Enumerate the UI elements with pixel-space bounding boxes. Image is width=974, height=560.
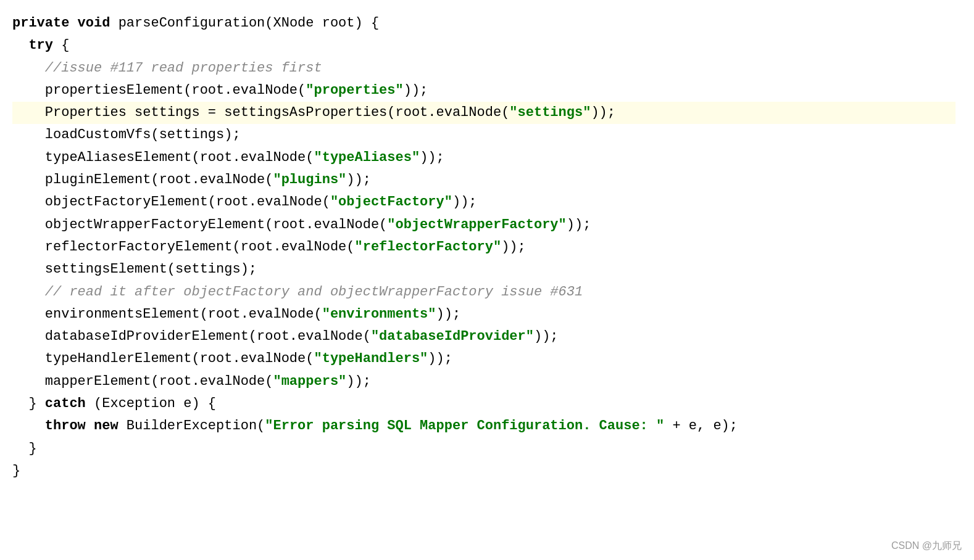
code-text: typeHandlerElement(root.evalNode( [12, 351, 314, 366]
comment: //issue #117 read properties first [12, 60, 322, 76]
code-line-line13: // read it after objectFactory and objec… [12, 281, 955, 303]
string-literal: "mappers" [273, 374, 346, 389]
code-line-line5: Properties settings = settingsAsProperti… [12, 102, 955, 124]
code-text: reflectorFactoryElement(root.evalNode( [12, 239, 355, 255]
code-line-line8: pluginElement(root.evalNode("plugins")); [12, 169, 955, 191]
code-block: private void parseConfiguration(XNode ro… [12, 12, 955, 482]
code-line-line16: typeHandlerElement(root.evalNode("typeHa… [12, 348, 955, 370]
code-text: + e, e); [664, 418, 738, 434]
string-literal: "typeAliases" [314, 150, 420, 165]
code-text: { [53, 38, 69, 53]
string-literal: "Error parsing SQL Mapper Configuration.… [265, 418, 664, 434]
code-text: mapperElement(root.evalNode( [12, 374, 273, 389]
code-line-line4: propertiesElement(root.evalNode("propert… [12, 80, 955, 102]
code-line-line17: mapperElement(root.evalNode("mappers")); [12, 371, 955, 393]
code-text: } [12, 396, 45, 411]
code-text: )); [534, 329, 559, 344]
code-line-line21: } [12, 460, 955, 482]
code-text: )); [428, 351, 452, 366]
code-text: objectFactoryElement(root.evalNode( [12, 194, 330, 210]
code-text: } [12, 463, 20, 479]
string-literal: "typeHandlers" [314, 351, 428, 366]
string-literal: "settings" [509, 105, 591, 120]
code-text [12, 418, 45, 434]
code-text: )); [420, 150, 444, 165]
comment: // read it after objectFactory and objec… [12, 284, 583, 300]
string-literal: "environments" [322, 307, 436, 322]
code-text: )); [452, 194, 477, 210]
string-literal: "properties" [306, 83, 403, 98]
string-literal: "reflectorFactory" [355, 239, 502, 255]
code-text: )); [591, 105, 615, 120]
string-literal: "plugins" [273, 172, 346, 187]
code-text: )); [346, 172, 371, 187]
code-text: loadCustomVfs(settings); [12, 127, 241, 142]
keyword: throw new [45, 418, 119, 434]
code-text: )); [436, 307, 461, 322]
code-text: propertiesElement(root.evalNode( [12, 83, 306, 98]
code-text: )); [404, 83, 428, 98]
code-text: } [12, 441, 37, 456]
code-text: environmentsElement(root.evalNode( [12, 307, 322, 322]
code-text: (Exception e) { [86, 396, 216, 411]
string-literal: "databaseIdProvider" [371, 329, 534, 344]
keyword: private void [12, 15, 119, 31]
code-line-line6: loadCustomVfs(settings); [12, 124, 955, 146]
code-text: Properties settings = settingsAsProperti… [12, 105, 509, 120]
string-literal: "objectWrapperFactory" [387, 217, 566, 233]
keyword: try [28, 38, 53, 53]
code-text: BuilderException( [119, 418, 265, 434]
code-text: settingsElement(settings); [12, 261, 257, 277]
watermark: CSDN @九师兄 [891, 538, 962, 554]
code-line-line9: objectFactoryElement(root.evalNode("obje… [12, 191, 955, 213]
code-line-line15: databaseIdProviderElement(root.evalNode(… [12, 326, 955, 348]
code-line-line19: throw new BuilderException("Error parsin… [12, 415, 955, 437]
code-line-line7: typeAliasesElement(root.evalNode("typeAl… [12, 147, 955, 169]
code-text: )); [567, 217, 591, 233]
code-text: )); [501, 239, 526, 255]
code-container: private void parseConfiguration(XNode ro… [0, 0, 974, 560]
keyword: catch [45, 396, 86, 411]
code-text [12, 38, 28, 53]
code-text: databaseIdProviderElement(root.evalNode( [12, 329, 371, 344]
code-text: parseConfiguration(XNode root) { [119, 15, 379, 31]
code-line-line20: } [12, 438, 955, 460]
code-text: pluginElement(root.evalNode( [12, 172, 273, 187]
code-line-line14: environmentsElement(root.evalNode("envir… [12, 303, 955, 326]
code-line-line2: try { [12, 35, 955, 57]
code-line-line10: objectWrapperFactoryElement(root.evalNod… [12, 214, 955, 236]
code-line-line3: //issue #117 read properties first [12, 57, 955, 80]
code-text: typeAliasesElement(root.evalNode( [12, 150, 314, 165]
code-line-line11: reflectorFactoryElement(root.evalNode("r… [12, 236, 955, 258]
code-line-line12: settingsElement(settings); [12, 258, 955, 281]
code-text: )); [346, 374, 371, 389]
code-line-line1: private void parseConfiguration(XNode ro… [12, 12, 955, 35]
string-literal: "objectFactory" [330, 194, 452, 210]
code-line-line18: } catch (Exception e) { [12, 393, 955, 415]
code-text: objectWrapperFactoryElement(root.evalNod… [12, 217, 387, 233]
